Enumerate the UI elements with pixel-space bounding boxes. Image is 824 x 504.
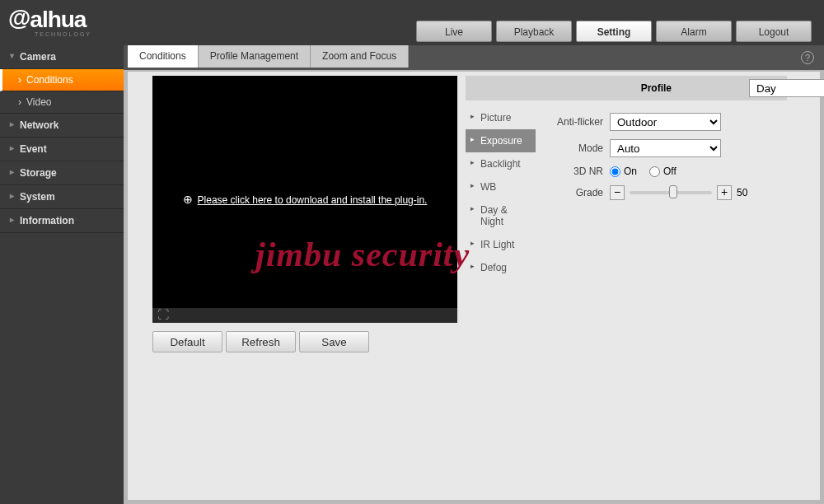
profile-select[interactable]: Day: [749, 79, 824, 97]
button-row: Default Refresh Save: [152, 331, 369, 352]
default-button[interactable]: Default: [152, 331, 222, 352]
content: Please click here to download and instal…: [128, 72, 820, 500]
grade-label: Grade: [548, 187, 610, 198]
sidebar-conditions[interactable]: Conditions: [0, 69, 124, 91]
cat-backlight[interactable]: Backlight: [466, 152, 536, 175]
3dnr-on-option[interactable]: On: [610, 166, 637, 177]
logo-mark: @: [8, 5, 30, 30]
grade-minus-button[interactable]: −: [610, 185, 625, 200]
sidebar-information[interactable]: Information: [0, 209, 124, 233]
logo-text: alhua: [30, 7, 86, 32]
grade-plus-button[interactable]: +: [717, 185, 732, 200]
help-icon[interactable]: ?: [801, 51, 814, 64]
cat-defog[interactable]: Defog: [466, 256, 536, 279]
antiflicker-label: Anti-flicker: [548, 116, 610, 128]
nav-live[interactable]: Live: [416, 21, 492, 42]
sidebar-camera[interactable]: Camera: [0, 45, 124, 69]
mode-select[interactable]: Auto: [610, 139, 721, 157]
cat-wb[interactable]: WB: [466, 175, 536, 198]
fullscreen-icon[interactable]: ⛶: [152, 308, 174, 321]
header: @alhua TECHNOLOGY Live Playback Setting …: [0, 0, 824, 45]
logo-subtext: TECHNOLOGY: [35, 31, 91, 37]
sidebar: Camera Conditions Video Network Event St…: [0, 45, 124, 504]
grade-slider-thumb[interactable]: [669, 185, 677, 198]
profile-bar: Profile: [466, 76, 787, 100]
nav-playback[interactable]: Playback: [496, 21, 572, 42]
sidebar-event[interactable]: Event: [0, 138, 124, 161]
cat-exposure[interactable]: Exposure: [466, 129, 536, 152]
tab-profile-management[interactable]: Profile Management: [199, 45, 311, 68]
cat-irlight[interactable]: IR Light: [466, 233, 536, 256]
grade-slider[interactable]: [630, 191, 712, 194]
3dnr-label: 3D NR: [548, 166, 610, 177]
save-button[interactable]: Save: [299, 331, 369, 352]
3dnr-off-radio[interactable]: [649, 166, 660, 177]
cat-daynight[interactable]: Day & Night: [466, 198, 536, 233]
nav-setting[interactable]: Setting: [576, 21, 652, 42]
settings-form: Anti-flicker Outdoor Mode Auto 3D NR On …: [548, 113, 747, 208]
subheader: Conditions Profile Management Zoom and F…: [0, 45, 824, 70]
sidebar-network[interactable]: Network: [0, 114, 124, 138]
tab-zoom-focus[interactable]: Zoom and Focus: [311, 45, 409, 68]
nav-alarm[interactable]: Alarm: [656, 21, 732, 42]
top-nav: Live Playback Setting Alarm Logout: [416, 21, 812, 42]
mode-label: Mode: [548, 142, 610, 154]
cat-picture[interactable]: Picture: [466, 106, 536, 129]
tab-conditions[interactable]: Conditions: [128, 45, 199, 68]
sidebar-system[interactable]: System: [0, 185, 124, 209]
video-toolbar: ⛶: [152, 308, 457, 323]
video-preview: Please click here to download and instal…: [152, 76, 457, 323]
settings-categories: Picture Exposure Backlight WB Day & Nigh…: [466, 106, 536, 279]
plugin-download-link[interactable]: Please click here to download and instal…: [183, 193, 428, 206]
tabs: Conditions Profile Management Zoom and F…: [128, 45, 409, 68]
sidebar-video[interactable]: Video: [0, 91, 124, 114]
grade-value: 50: [737, 187, 747, 198]
refresh-button[interactable]: Refresh: [226, 331, 296, 352]
logo: @alhua: [8, 7, 86, 33]
profile-label: Profile: [641, 82, 672, 94]
3dnr-on-radio[interactable]: [610, 166, 620, 177]
3dnr-off-option[interactable]: Off: [649, 166, 677, 177]
antiflicker-select[interactable]: Outdoor: [610, 113, 721, 131]
nav-logout[interactable]: Logout: [736, 21, 812, 42]
sidebar-storage[interactable]: Storage: [0, 161, 124, 185]
